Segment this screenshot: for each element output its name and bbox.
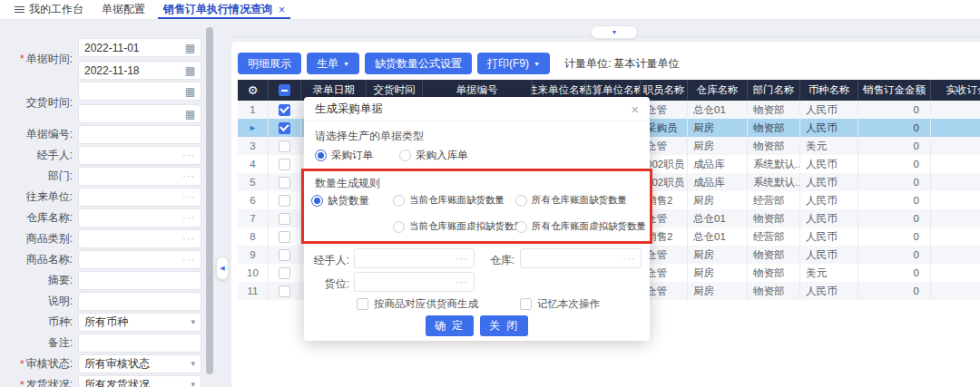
checkbox-checked-icon xyxy=(279,104,290,116)
row-number-cell: 1 xyxy=(238,101,269,119)
calendar-icon[interactable]: ▦ xyxy=(185,109,195,120)
chevron-down-icon[interactable]: ▾ xyxy=(191,360,195,368)
text-input[interactable] xyxy=(78,334,201,353)
row-checkbox[interactable] xyxy=(269,282,301,300)
ellipsis-picker-icon[interactable]: ··· xyxy=(182,171,195,181)
row-checkbox[interactable] xyxy=(269,191,301,209)
tab-sales-order-query[interactable]: 销售订单执行情况查询 × xyxy=(154,0,294,19)
text-input[interactable] xyxy=(78,271,201,290)
table-cell xyxy=(931,264,980,282)
dropdown-arrow-icon: ▼ xyxy=(534,61,540,67)
confirm-button[interactable]: 确 定 xyxy=(426,315,474,336)
row-checkbox[interactable] xyxy=(269,137,301,155)
picker-input[interactable]: ··· xyxy=(78,208,201,227)
workbench-menu-icon xyxy=(15,5,24,14)
table-header-cell[interactable]: 仓库名称 xyxy=(688,80,748,101)
filter-field-label-text: 审核状态: xyxy=(26,356,73,372)
row-checkbox[interactable] xyxy=(269,173,301,191)
column-settings-gear[interactable]: ⚙ xyxy=(238,80,269,101)
select-all-checkbox[interactable] xyxy=(269,80,301,101)
text-input[interactable] xyxy=(78,125,201,144)
chevron-down-icon[interactable]: ▾ xyxy=(191,318,195,326)
handler-field[interactable]: ··· xyxy=(354,248,475,268)
row-checkbox[interactable] xyxy=(269,101,301,119)
generate-order-button[interactable]: 生单 ▼ xyxy=(307,53,359,74)
shortage-formula-button[interactable]: 缺货数量公式设置 xyxy=(365,53,472,74)
filter-field-label-text: 发货状况: xyxy=(26,377,73,387)
chevron-down-icon[interactable]: ▾ xyxy=(191,381,195,387)
radio-current-warehouse-shortage[interactable]: 当前仓库账面缺货数量 xyxy=(393,194,505,207)
radio-all-warehouse-shortage-label: 所有仓库账面缺货数量 xyxy=(532,194,627,207)
calendar-icon[interactable]: ▦ xyxy=(185,43,195,53)
input-value: 所有审核状态 xyxy=(84,356,191,372)
close-button[interactable]: 关 闭 xyxy=(480,315,528,336)
row-checkbox[interactable] xyxy=(269,246,301,264)
calendar-icon[interactable]: ▦ xyxy=(185,65,195,76)
ellipsis-picker-icon[interactable]: ··· xyxy=(182,234,195,244)
date-input[interactable]: ▦ xyxy=(78,82,201,101)
tab-workbench[interactable]: 我的工作台 xyxy=(5,0,93,19)
select-input[interactable]: 所有审核状态▾ xyxy=(78,354,201,373)
picker-input[interactable]: ··· xyxy=(78,188,201,207)
ellipsis-picker-icon[interactable]: ··· xyxy=(456,254,468,264)
date-input[interactable]: ▦ xyxy=(78,104,201,123)
radio-all-warehouse-virtual-shortage[interactable]: 所有仓库账面虚拟缺货数量 xyxy=(515,220,646,233)
date-input[interactable]: 2022-11-18▦ xyxy=(78,61,201,80)
picker-input[interactable]: ··· xyxy=(78,167,201,186)
handler-field-label: 经手人: xyxy=(309,253,349,268)
picker-input[interactable]: ··· xyxy=(78,229,201,248)
ellipsis-picker-icon[interactable]: ··· xyxy=(182,255,195,265)
radio-purchase-order[interactable]: 采购订单 xyxy=(315,149,373,162)
date-input[interactable]: 2022-11-01▦ xyxy=(78,38,201,57)
row-checkbox[interactable] xyxy=(269,264,301,282)
table-cell: 人民币 xyxy=(800,155,858,173)
ellipsis-picker-icon[interactable]: ··· xyxy=(456,277,468,287)
row-checkbox[interactable] xyxy=(269,119,301,137)
radio-shortage-qty[interactable]: 缺货数量 xyxy=(311,194,369,208)
checkbox-off-icon xyxy=(279,231,290,243)
modal-close-icon[interactable]: × xyxy=(631,102,639,116)
select-input[interactable]: 所有发货状况▾ xyxy=(78,375,201,387)
picker-input[interactable]: ··· xyxy=(78,146,201,165)
radio-all-warehouse-shortage[interactable]: 所有仓库账面缺货数量 xyxy=(515,194,627,207)
table-header-cell[interactable]: 销售订金金额 xyxy=(858,80,931,101)
shortage-formula-label: 缺货数量公式设置 xyxy=(375,56,462,72)
panel-collapse-pill[interactable]: ▼ xyxy=(591,25,638,39)
row-number-cell: 4 xyxy=(238,155,269,173)
detail-display-button[interactable]: 明细展示 xyxy=(238,53,301,74)
ellipsis-picker-icon[interactable]: ··· xyxy=(182,213,195,223)
select-input[interactable]: 所有币种▾ xyxy=(78,313,201,332)
table-header-cell[interactable]: 实收订金 xyxy=(931,80,980,101)
location-field[interactable]: ··· xyxy=(354,272,475,292)
radio-off-icon xyxy=(515,221,527,233)
tab-close-icon[interactable]: × xyxy=(279,4,285,16)
ellipsis-picker-icon[interactable]: ··· xyxy=(182,150,195,160)
row-checkbox[interactable] xyxy=(269,227,301,246)
row-checkbox[interactable] xyxy=(269,155,301,173)
table-cell xyxy=(931,101,980,119)
table-header-cell[interactable]: 币种名称 xyxy=(800,80,858,101)
radio-current-warehouse-virtual-shortage[interactable]: 当前仓库账面虚拟缺货数量 xyxy=(393,220,524,233)
checkbox-remember-operation[interactable]: 记忆本次操作 xyxy=(520,297,600,311)
text-input[interactable] xyxy=(78,292,201,311)
radio-purchase-receipt[interactable]: 采购入库单 xyxy=(399,149,468,162)
tab-document-config[interactable]: 单据配置 xyxy=(93,0,154,19)
table-cell: 总仓01 xyxy=(688,101,748,119)
checkbox-off-icon xyxy=(279,285,290,297)
table-cell xyxy=(931,209,980,227)
ellipsis-picker-icon[interactable]: ··· xyxy=(622,254,635,264)
sidebar-collapse-handle[interactable]: ◀ xyxy=(216,256,229,280)
calendar-icon[interactable]: ▦ xyxy=(185,86,195,97)
checkbox-generate-by-supplier[interactable]: 按商品对应供货商生成 xyxy=(357,297,478,311)
row-checkbox[interactable] xyxy=(269,209,301,227)
sidebar-scrollbar[interactable] xyxy=(206,27,213,374)
table-cell: 成品库 xyxy=(688,173,748,191)
warehouse-field[interactable]: ··· xyxy=(520,248,642,268)
table-header-cell[interactable]: 部门名称 xyxy=(748,80,800,101)
checkbox-off-icon xyxy=(279,249,290,261)
picker-input[interactable]: ··· xyxy=(78,250,201,269)
radio-off-icon xyxy=(393,221,405,233)
print-button[interactable]: 打印(F9) ▼ xyxy=(477,53,550,74)
toolbar: 明细展示 生单 ▼ 缺货数量公式设置 打印(F9) ▼ 计量单位: 基本计量单位 xyxy=(238,53,680,74)
ellipsis-picker-icon[interactable]: ··· xyxy=(182,192,195,202)
